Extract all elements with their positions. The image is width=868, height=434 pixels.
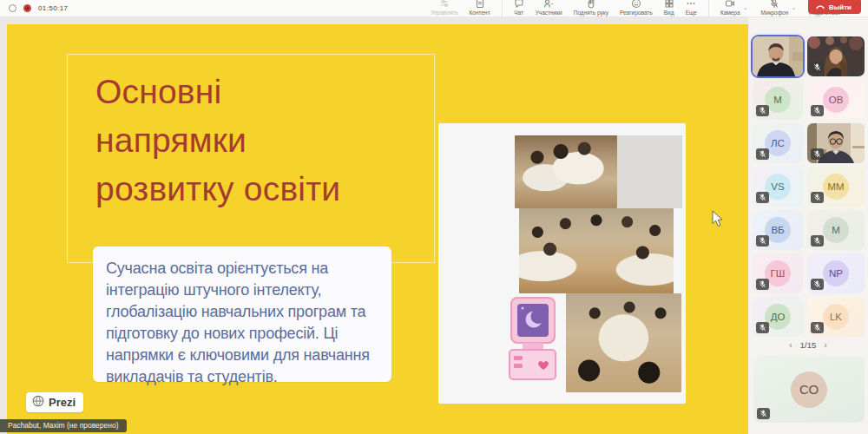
next-page-button[interactable]: › xyxy=(822,340,829,350)
mouse-cursor xyxy=(712,210,724,227)
participant-video-tile[interactable] xyxy=(753,36,803,76)
toolbar-button-label: Еще xyxy=(686,10,697,17)
content-icon xyxy=(475,3,485,10)
microphone-muted-icon xyxy=(756,322,769,333)
toolbar-button-camera[interactable]: Камера⌄ xyxy=(708,0,740,17)
avatar: ММ xyxy=(823,174,849,200)
session-timer: 01:50:17 xyxy=(38,4,68,12)
classroom-photo-3 xyxy=(566,293,681,392)
microphone-muted-icon xyxy=(811,192,824,203)
participants-grid: МОВЛСVSММВБМГШNPДОLK xyxy=(753,36,865,337)
toolbar-button-label: Управлять xyxy=(431,10,458,17)
photo-collage-panel xyxy=(438,123,686,404)
participant-tile[interactable]: М xyxy=(807,210,865,250)
presentation-stage: Основні напрямки розвитку освіти Сучасна… xyxy=(0,17,748,434)
phone-hangup-icon xyxy=(816,3,825,11)
more-icon xyxy=(686,3,696,10)
recording-icon xyxy=(23,4,31,12)
toolbar-button-react[interactable]: Реагировать xyxy=(620,0,653,17)
microphone-muted-icon xyxy=(756,279,769,290)
participant-tile[interactable]: LK xyxy=(807,297,865,337)
leave-button[interactable]: Выйти xyxy=(808,0,861,14)
toolbar-button-raise-hand[interactable]: Поднять руку xyxy=(574,0,608,17)
chevron-down-icon[interactable]: ⌄ xyxy=(791,4,796,10)
microphone-muted-icon xyxy=(756,105,769,116)
participants-icon xyxy=(543,3,554,10)
avatar: NP xyxy=(823,260,849,286)
participant-tile[interactable]: ОВ xyxy=(807,80,865,120)
participant-tile[interactable]: ДО xyxy=(753,297,803,337)
collage-background-block xyxy=(617,135,682,208)
microphone-muted-icon xyxy=(756,235,769,247)
chat-icon xyxy=(514,3,524,10)
toolbar-button-label: Микрофон xyxy=(761,10,789,17)
leave-button-label: Выйти xyxy=(829,3,852,11)
participants-pagination: ‹ 1/15 › xyxy=(748,340,868,350)
participant-tile[interactable]: ММ xyxy=(807,167,865,207)
participant-tile[interactable]: NP xyxy=(807,253,865,293)
toolbar-button-label: Реагировать xyxy=(620,10,653,17)
prezi-globe-icon xyxy=(32,395,44,411)
session-status-icon xyxy=(9,4,16,12)
toolbar-button-chat[interactable]: Чат xyxy=(502,0,524,17)
toolbar-button-label: Камера xyxy=(720,10,740,17)
slide-body-text: Сучасна освіта орієнтується на інтеграці… xyxy=(106,258,378,388)
meeting-window: 01:50:17 УправлятьКонтентЧатУчастникиПод… xyxy=(0,0,868,434)
presenter-name-label: Pachabut, Maxim (не проверено) xyxy=(0,419,127,432)
prev-page-button[interactable]: ‹ xyxy=(787,340,794,350)
toolbar-button-microphone[interactable]: Микрофон⌄ xyxy=(761,0,789,17)
participant-tile[interactable]: ЛС xyxy=(753,123,803,163)
top-toolbar: 01:50:17 УправлятьКонтентЧатУчастникиПод… xyxy=(0,0,868,17)
toolbar-button-participants[interactable]: Участники xyxy=(536,0,562,17)
microphone-muted-icon xyxy=(757,408,770,419)
slide-title: Основні напрямки розвитку освіти xyxy=(95,68,408,214)
participant-tile[interactable]: ВБ xyxy=(753,210,803,250)
manage-icon xyxy=(439,3,450,10)
classroom-photo-1 xyxy=(515,135,617,208)
microphone-muted-icon xyxy=(811,105,824,116)
toolbar-buttons: УправлятьКонтентЧатУчастникиПоднять руку… xyxy=(431,0,840,17)
avatar: LK xyxy=(823,304,849,330)
microphone-muted-icon xyxy=(811,235,824,247)
prezi-logo[interactable]: Prezi xyxy=(26,392,83,412)
toolbar-button-label: Контент xyxy=(470,10,490,17)
toolbar-button-label: Вид xyxy=(664,10,674,17)
raise-hand-icon xyxy=(586,3,596,10)
prezi-slide: Основні напрямки розвитку освіти Сучасна… xyxy=(7,24,748,434)
microphone-muted-icon xyxy=(811,322,824,333)
toolbar-button-label: Чат xyxy=(514,10,523,17)
toolbar-button-view[interactable]: Вид xyxy=(664,0,674,17)
chevron-down-icon[interactable]: ⌄ xyxy=(743,4,748,10)
prezi-logo-label: Prezi xyxy=(49,396,76,409)
retro-computer-illustration xyxy=(508,297,557,382)
participant-tile[interactable]: ГШ xyxy=(753,253,803,293)
microphone-muted-icon xyxy=(811,62,824,73)
page-indicator: 1/15 xyxy=(800,340,817,350)
camera-icon xyxy=(725,3,735,10)
microphone-muted-icon xyxy=(756,148,769,160)
microphone-muted-icon xyxy=(811,148,824,160)
classroom-photo-2 xyxy=(519,208,674,293)
participant-tile[interactable]: VS xyxy=(753,167,803,207)
microphone-muted-icon xyxy=(811,279,824,290)
participant-tile[interactable]: М xyxy=(753,80,803,120)
participants-sidebar: МОВЛСVSММВБМГШNPДОLK ‹ 1/15 › СО xyxy=(748,17,868,434)
participant-spotlight-tile[interactable]: СО xyxy=(753,356,865,423)
avatar: СО xyxy=(791,372,827,408)
avatar: М xyxy=(823,217,849,243)
microphone-muted-icon xyxy=(756,192,769,203)
slide-body-card: Сучасна освіта орієнтується на інтеграці… xyxy=(93,247,391,382)
react-icon xyxy=(631,3,641,10)
toolbar-button-more[interactable]: Еще xyxy=(686,0,697,17)
view-icon xyxy=(664,3,674,10)
avatar: ОВ xyxy=(823,87,849,113)
session-status-group: 01:50:17 xyxy=(9,4,68,12)
participant-video-tile[interactable] xyxy=(807,36,865,76)
microphone-icon xyxy=(769,3,779,10)
toolbar-button-label: Поднять руку xyxy=(574,10,608,17)
participant-video-tile[interactable] xyxy=(807,123,865,163)
toolbar-button-manage[interactable]: Управлять xyxy=(431,0,458,17)
toolbar-button-content[interactable]: Контент xyxy=(470,0,490,17)
toolbar-button-label: Участники xyxy=(536,10,562,17)
